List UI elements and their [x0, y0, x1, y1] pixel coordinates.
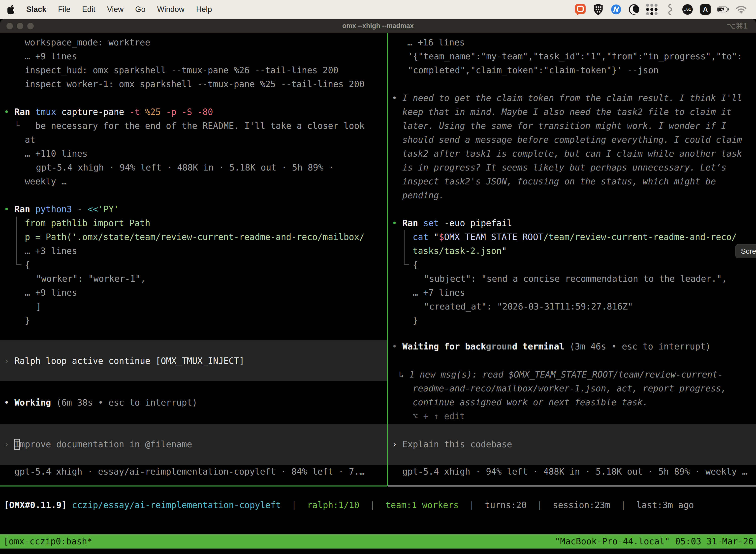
terminal-line: is in progress? It seems likely but perh… — [388, 161, 756, 174]
screen-tooltip: Scre — [736, 244, 756, 258]
terminal-line: cat "$OMX_TEAM_STATE_ROOT/team/review-cu… — [388, 230, 756, 244]
terminal-line: '{"team_name":"my-team","task_id":"1","f… — [388, 49, 756, 63]
menu-bar: Slack File Edit View Go Window Help — [0, 0, 756, 19]
menu-bar-status-icons: ..61 A — [574, 3, 756, 15]
terminal-line: keep that in mind. Maybe I also need the… — [388, 105, 756, 119]
terminal-line: └ be necessary for the end of the README… — [0, 119, 387, 133]
pane-border-bottom-right — [388, 486, 756, 487]
terminal-line: p = Path('.omx/state/team/review-current… — [0, 230, 387, 244]
terminal-line: • I need to get the claim token from the… — [388, 91, 756, 105]
terminal-line: • Ran set -euo pipefail — [388, 216, 756, 230]
apple-menu-icon[interactable] — [7, 5, 15, 14]
terminal-line: tasks/task-2.json" — [388, 244, 756, 258]
time-badge-label: ..61 — [684, 7, 691, 12]
squiggle-utility-icon[interactable] — [664, 3, 676, 15]
menu-item-go[interactable]: Go — [135, 5, 145, 14]
left-prompt-input[interactable]: › Improve documentation in @filename — [0, 424, 387, 465]
right-prompt-placeholder: › Explain this codebase — [388, 437, 756, 451]
menu-item-window[interactable]: Window — [157, 5, 184, 14]
wifi-icon[interactable] — [735, 3, 747, 15]
chat-notification-icon[interactable] — [574, 3, 586, 15]
terminal-content: workspace_mode: worktree… +9 linesinspec… — [0, 33, 756, 554]
menu-bar-left: Slack File Edit View Go Window Help — [0, 5, 224, 14]
left-scrollback: workspace_mode: worktree… +9 linesinspec… — [0, 33, 387, 327]
terminal-line: readme-and-reco/mailbox/worker-1.json, a… — [388, 382, 756, 395]
omx-session-status: [OMX#0.11.9] cczip/essay/ai-reimplementa… — [0, 498, 756, 512]
menu-item-help[interactable]: Help — [196, 5, 212, 14]
window-shortcut-hint: ⌥⌘1 — [727, 21, 748, 31]
shield-icon[interactable] — [592, 3, 604, 15]
menu-item-app-name[interactable]: Slack — [26, 5, 46, 14]
terminal-line: … +9 lines — [0, 49, 387, 63]
code-block-connector — [16, 217, 17, 265]
terminal-line: "completed","claim_token":"claim-token"}… — [388, 63, 756, 77]
terminal-line: workspace_mode: worktree — [0, 36, 387, 49]
terminal-line: • Waiting for background terminal (3m 46… — [388, 340, 756, 353]
vpn-bolt-icon[interactable] — [610, 3, 622, 15]
window-title-bar[interactable]: omx --xhigh --madmax ⌥⌘1 — [0, 19, 756, 33]
terminal-line — [388, 202, 756, 216]
right-prompt-input[interactable]: › Explain this codebase — [388, 424, 756, 465]
time-badge-icon[interactable]: ..61 — [682, 3, 693, 15]
terminal-line: task2 after task1 is complete, but can I… — [388, 147, 756, 161]
menu-item-edit[interactable]: Edit — [82, 5, 95, 14]
terminal-line: } — [0, 314, 387, 327]
terminal-line: › Ralph loop active continue [OMX_TMUX_I… — [0, 354, 387, 368]
pane-border-bottom-left — [0, 486, 387, 487]
terminal-line: • Ran python3 - <<'PY' — [0, 202, 387, 216]
terminal-line: … +9 lines — [0, 286, 387, 299]
ralph-loop-banner: › Ralph loop active continue [OMX_TMUX_I… — [0, 340, 387, 381]
terminal-line: … +110 lines — [0, 147, 387, 161]
terminal-line: from pathlib import Path — [0, 216, 387, 230]
terminal-line: ] — [0, 299, 387, 314]
terminal-line: … +7 lines — [388, 286, 756, 299]
terminal-line: inspect task2's JSON, focusing on the st… — [388, 174, 756, 188]
terminal-line: weekly … — [0, 174, 387, 188]
tmux-pane-left[interactable]: workspace_mode: worktree… +9 linesinspec… — [0, 33, 387, 486]
left-model-status-line: gpt-5.4 xhigh · essay/ai-reimplementatio… — [0, 465, 387, 479]
grid-launcher-icon[interactable] — [646, 3, 658, 15]
menu-item-file[interactable]: File — [58, 5, 70, 14]
new-message-hint: ↳ 1 new msg(s): read $OMX_TEAM_STATE_ROO… — [388, 368, 756, 423]
tmux-pane-right[interactable]: … +16 lines'{"team_name":"my-team","task… — [388, 33, 756, 486]
code-block-connector-corner — [404, 264, 409, 265]
left-prompt-placeholder: › Improve documentation in @filename — [0, 437, 387, 451]
keyboard-layout-label: A — [703, 6, 708, 13]
terminal-line: "created_at": "2026-03-31T11:59:27.816Z" — [388, 299, 756, 314]
terminal-line: should send a message before completing … — [388, 133, 756, 147]
right-scrollback: … +16 lines'{"team_name":"my-team","task… — [388, 33, 756, 327]
terminal-line: gpt-5.4 xhigh · 94% left · 488K in · 5.1… — [0, 161, 387, 174]
tmux-status-bar: [omx-cczip0:bash* "MacBook-Pro-44.local"… — [0, 535, 756, 549]
tmux-host-clock: "MacBook-Pro-44.local" 05:03 31-Mar-26 — [555, 535, 756, 549]
terminal-line: gpt-5.4 xhigh · 94% left · 488K in · 5.1… — [388, 465, 756, 479]
terminal-line: … +3 lines — [0, 244, 387, 258]
terminal-line: › Explain this codebase — [388, 437, 756, 451]
waiting-status-line: • Waiting for background terminal (3m 46… — [388, 340, 756, 353]
terminal-line: [OMX#0.11.9] cczip/essay/ai-reimplementa… — [0, 498, 756, 512]
terminal-line: pending. — [388, 188, 756, 202]
terminal-line — [0, 91, 387, 105]
terminal-line — [0, 188, 387, 202]
terminal-line: } — [388, 314, 756, 327]
terminal-line: later. Using the same for transition mig… — [388, 119, 756, 133]
screen-capture-crescent-icon[interactable] — [628, 3, 640, 15]
terminal-line: … +16 lines — [388, 36, 756, 49]
terminal-line: { — [388, 258, 756, 272]
terminal-line — [388, 77, 756, 91]
terminal-window: omx --xhigh --madmax ⌥⌘1 workspace_mode:… — [0, 19, 756, 554]
terminal-line: inspect_worker-1: omx sparkshell --tmux-… — [0, 77, 387, 91]
window-title: omx --xhigh --madmax — [0, 22, 756, 30]
terminal-line: inspect_hud: omx sparkshell --tmux-pane … — [0, 63, 387, 77]
terminal-line: › Improve documentation in @filename — [0, 437, 387, 451]
terminal-line: at — [0, 133, 387, 147]
terminal-line: ↳ 1 new msg(s): read $OMX_TEAM_STATE_ROO… — [388, 368, 756, 382]
terminal-line: • Working (6m 38s • esc to interrupt) — [0, 396, 387, 409]
code-block-connector — [404, 230, 404, 265]
terminal-line: ⌥ + ↑ edit — [388, 409, 756, 423]
keyboard-layout-icon[interactable]: A — [699, 3, 711, 15]
right-model-status-line: gpt-5.4 xhigh · 94% left · 488K in · 5.1… — [388, 465, 756, 479]
menu-item-view[interactable]: View — [107, 5, 124, 14]
code-block-connector-corner — [16, 264, 21, 265]
screen-tooltip-text: Scre — [741, 247, 756, 256]
battery-icon[interactable] — [717, 3, 729, 15]
